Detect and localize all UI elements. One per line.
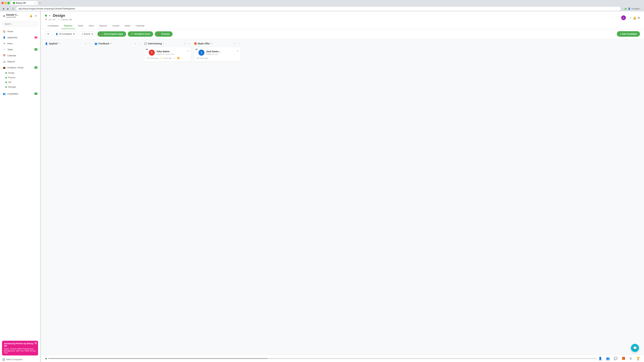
extensions-icon[interactable]: 🧩	[624, 7, 627, 10]
maximize-window-btn[interactable]	[8, 2, 10, 4]
sidebar-item-positions[interactable]: 💼 Positions / Pools +	[0, 64, 40, 70]
add-to-interviewing-btn[interactable]: +	[184, 41, 186, 45]
bottom-chat-icon[interactable]: 💬	[614, 357, 618, 360]
applied-menu-btn[interactable]: ⋯	[88, 41, 92, 45]
reload-btn[interactable]: ↻	[11, 7, 15, 10]
sidebar-item-candidates[interactable]: 👥 Candidates +	[0, 91, 40, 97]
chat-fab-icon: 💬	[633, 346, 637, 350]
profile-icon[interactable]: 👤	[628, 7, 630, 10]
bottom-icons: 👤 👥 💬 🎁 🗑 🏆	[598, 357, 640, 360]
reports-icon: 📊	[3, 60, 6, 63]
sidebar-header: ◀ Sample C... Lauren Deli 🔔 ⚙	[0, 11, 40, 20]
incognito-icon: 🕵	[100, 33, 103, 35]
tab-bar: Breezy HR ✕ +	[11, 1, 643, 5]
incognito-apply-btn[interactable]: 🕵 Get Incognito Apply	[98, 31, 126, 37]
new-tab-btn[interactable]: +	[38, 1, 42, 5]
tab-tasks[interactable]: Tasks	[75, 23, 86, 29]
toolbar: ▼ 👤 All Candidates ▼ ≡ Roomy ▼ 🕵 Get Inc…	[41, 29, 644, 39]
star-icon[interactable]: ☆	[629, 16, 632, 19]
tasks-icon: ✓	[3, 48, 6, 51]
sidebar-item-inbox[interactable]: ✉ Inbox	[0, 40, 40, 46]
all-candidates-dropdown[interactable]: 👤 All Candidates ▼	[53, 31, 78, 36]
back-btn[interactable]: ◀	[1, 7, 5, 10]
active-tab[interactable]: Breezy HR ✕	[11, 1, 38, 5]
download-icon: ⬇	[174, 57, 175, 59]
interviewing-menu-btn[interactable]: ⋯	[187, 41, 191, 45]
gear-icon[interactable]: ⚙	[638, 16, 640, 19]
roomy-label: Roomy	[84, 33, 90, 35]
switch-companies-label: Switch Companies	[6, 358, 22, 361]
applied-icon: 👤	[45, 42, 48, 45]
forward-btn[interactable]: ▶	[6, 7, 10, 10]
minimize-window-btn[interactable]	[4, 2, 7, 4]
bottom-trash-icon[interactable]: 🗑	[629, 357, 632, 360]
bottom-gift-icon[interactable]: 🎁	[622, 357, 625, 360]
close-window-btn[interactable]	[1, 2, 4, 4]
job-header-row: ▼ Design 📍 CA, US ↗ Careers Site L ·	[45, 13, 640, 22]
position-item-hr[interactable]: HR	[0, 80, 40, 85]
match-score-btn[interactable]: ⚡ Get Match Score	[128, 31, 153, 37]
tab-inbox[interactable]: Inbox	[86, 23, 97, 29]
scrollbar-track[interactable]	[48, 358, 597, 359]
person-icon: 👤	[56, 33, 58, 35]
candidate-card-jack[interactable]: 🏁 J Jack Danie... Added by Lau... ▾	[194, 47, 241, 62]
app-container: ◀ Sample C... Lauren Deli 🔔 ⚙ 🏠 Home 👤 A…	[0, 11, 644, 362]
tab-notes[interactable]: Notes	[122, 23, 133, 29]
position-item-design[interactable]: Design	[0, 70, 40, 75]
pipeline-col-interviewing: 💬 Interviewing 1 + ⋯ 🏁	[144, 41, 191, 352]
candidate-card-toby[interactable]: 🏁 T Toby Native Added by Lauren Deli ▾	[144, 47, 191, 62]
promote-btn[interactable]: 📣 Promote	[155, 31, 172, 37]
add-to-made-offer-btn[interactable]: +	[233, 41, 236, 45]
promote-label: Promote	[161, 33, 170, 35]
dot-hr	[5, 82, 7, 83]
tab-calendar[interactable]: Calendar	[133, 23, 147, 29]
star-icon-card[interactable]: ☆	[182, 57, 183, 59]
feedback-menu-btn[interactable]: ⋯	[138, 41, 142, 45]
roomy-dropdown[interactable]: ≡ Roomy ▼	[79, 31, 96, 36]
search-input[interactable]	[2, 22, 38, 26]
add-candidate-btn[interactable]: + Add Candidate	[617, 31, 640, 37]
sidebar-item-tasks[interactable]: ✓ Tasks +	[0, 46, 40, 52]
match-score-label: Get Match Score	[134, 33, 150, 35]
col-actions-interviewing: + ⋯	[184, 41, 191, 45]
position-item-finance[interactable]: Finance	[0, 75, 40, 80]
menu-icon[interactable]: ⋮	[641, 7, 643, 10]
sidebar-item-applicants[interactable]: 👤 Applicants 1	[0, 34, 40, 40]
settings-icon[interactable]: ⚙	[34, 14, 38, 17]
add-to-feedback-btn[interactable]: +	[134, 41, 137, 45]
switch-companies-btn[interactable]: 🔄 Switch Companies	[0, 357, 40, 362]
card-time-jack: 🕐 13min ago	[196, 57, 208, 59]
sidebar-nav: 🏠 Home 👤 Applicants 1 ✉ Inbox ✓ Tasks + …	[0, 28, 40, 339]
bottom-group-icon[interactable]: 👥	[606, 357, 610, 360]
bell-icon[interactable]: 🔔	[633, 16, 636, 19]
bottom-trophy-icon[interactable]: 🏆	[636, 357, 640, 360]
tab-close-btn[interactable]: ✕	[34, 2, 36, 4]
tab-pipeline[interactable]: Pipeline	[62, 23, 75, 29]
bookmark-icon[interactable]: ☆	[622, 7, 623, 10]
notification-bell-icon[interactable]: 🔔	[29, 14, 33, 17]
scroll-left-btn[interactable]: ◀	[45, 357, 47, 360]
card-flag-toby: 🏁	[146, 49, 148, 51]
sidebar-item-calendar[interactable]: 📅 Calendar	[0, 52, 40, 58]
sidebar-item-reports[interactable]: 📊 Reports	[0, 58, 40, 64]
tab-candidates[interactable]: Candidates	[45, 23, 62, 29]
tab-reports[interactable]: Reports	[97, 23, 110, 29]
url-input[interactable]	[16, 7, 620, 11]
card-expand-btn-toby[interactable]: ▾	[188, 50, 189, 52]
card-expand-btn-jack[interactable]: ▾	[237, 50, 238, 52]
filter-btn[interactable]: ▼	[45, 31, 51, 36]
tab-activity[interactable]: Activity	[110, 23, 122, 29]
back-nav-icon[interactable]: ◀	[3, 14, 5, 17]
sidebar-item-home[interactable]: 🏠 Home	[0, 28, 40, 34]
job-status-dropdown[interactable]: ▼	[49, 14, 51, 16]
chat-fab-btn[interactable]: 💬	[631, 344, 639, 352]
sidebar-item-label-calendar: Calendar	[8, 54, 38, 57]
made-offer-menu-btn[interactable]: ⋯	[237, 41, 241, 45]
bottom-person-icon[interactable]: 👤	[598, 357, 602, 360]
position-item-manager[interactable]: Manager	[0, 85, 40, 89]
careers-site-link[interactable]: Careers Site	[61, 18, 72, 21]
chevron-down-icon-2: ▼	[91, 33, 93, 35]
promo-close-btn[interactable]: ✕	[34, 342, 37, 345]
add-to-applied-btn[interactable]: +	[84, 41, 87, 45]
pipeline-col-applied: 👤 Applied 0 + ⋯	[45, 41, 92, 352]
